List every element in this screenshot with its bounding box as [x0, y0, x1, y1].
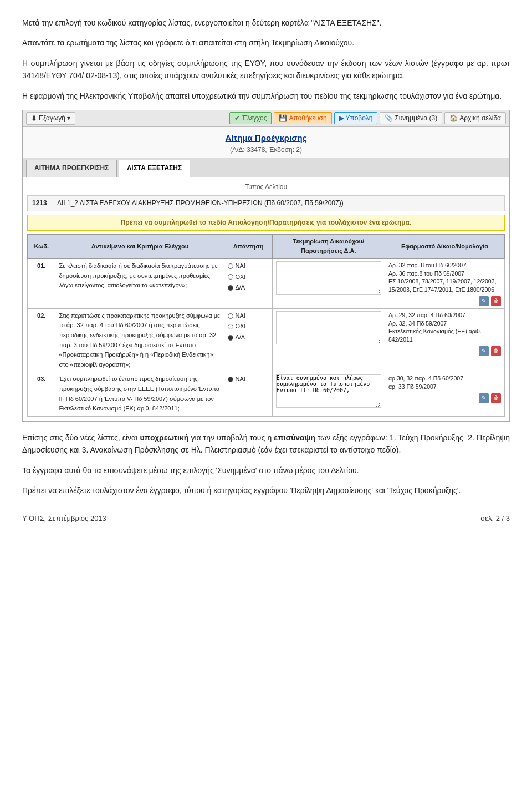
radio-dot-1-0 — [228, 313, 233, 319]
edit-icon-1[interactable]: ✎ — [479, 346, 489, 356]
radio-item-0-2[interactable]: Δ/Α — [228, 283, 245, 293]
type-label: Τύπος Δελτίου — [245, 183, 287, 191]
tekm-cell-2[interactable]: Είναι συνημμένο και πλήρως συμπληρωμένο … — [272, 372, 385, 416]
paragraph-5: Επίσης στις δύο νέες λίστες, είναι υποχρ… — [22, 432, 510, 456]
attach-icon: 📎 — [385, 114, 393, 122]
radio-label-1-0: ΝΑΙ — [235, 311, 245, 321]
radio-label-1-1: ΟΧΙ — [235, 322, 245, 332]
exam-table: Κωδ. Αντικείμενο και Κριτήρια Ελέγχου Απ… — [27, 234, 505, 417]
criteria-cell-2: Έχει συμπληρωθεί το έντυπο προς δημοσίευ… — [55, 372, 224, 416]
radio-item-1-2[interactable]: Δ/Α — [228, 333, 245, 343]
export-button[interactable]: ⬇ Εξαγωγή ▾ — [26, 112, 75, 125]
check-label: Έλεγχος — [242, 114, 267, 122]
toolbar-right: ✔ Έλεγχος 💾 Αποθήκευση ▶ Υποβολή 📎 Συνημ… — [229, 112, 506, 124]
attached-label: Συνημμένα (3) — [395, 114, 437, 122]
col-header-code: Κωδ. — [28, 234, 55, 258]
radio-dot-0-0 — [228, 263, 233, 269]
footer-bar: Υ ΟΠΣ, Σεπτέμβριος 2013 σελ. 2 / 3 — [22, 513, 510, 525]
form-subtitle: (Α/Δ: 33478, Έκδοση: 2) — [25, 145, 507, 155]
list-code-num: 1213 — [32, 198, 52, 209]
answer-cell-2[interactable]: ΝΑΙ — [224, 372, 272, 416]
page-content: Μετά την επιλογή του κωδικού κατηγορίας … — [22, 17, 510, 525]
tab-lista[interactable]: ΛΙΣΤΑ ΕΞΕΤΑΣΗΣ — [119, 160, 190, 177]
delete-icon-1[interactable]: 🗑 — [491, 346, 501, 356]
table-row: 03. Έχει συμπληρωθεί το έντυπο προς δημο… — [28, 372, 505, 416]
export-label: Εξαγωγή — [39, 114, 65, 122]
table-row: 02. Στις περιπτώσεις προκαταρκτικής προκ… — [28, 308, 505, 372]
type-label-row: Τύπος Δελτίου — [27, 182, 505, 192]
bold-mandatory: υποχρεωτική — [140, 433, 188, 442]
row-num-2: 03. — [28, 372, 55, 416]
list-code-row: 1213 ΛΙΙ 1_2 ΛΙΣΤΑ ΕΛΕΓΧΟΥ ΔΙΑΚΗΡΥΞΗΣ ΠΡ… — [27, 195, 505, 211]
tekm-input-1[interactable] — [276, 311, 381, 344]
paragraph-3: Η συμπλήρωση γίνεται με βάση τις οδηγίες… — [22, 57, 510, 82]
radio-dot-0-2 — [228, 285, 233, 291]
submit-label: Υποβολή — [346, 114, 373, 122]
tabs-row: ΑΙΤΗΜΑ ΠΡΟΕΓΚΡΙΣΗΣ ΛΙΣΤΑ ΕΞΕΤΑΣΗΣ — [23, 158, 509, 177]
radio-item-2-0[interactable]: ΝΑΙ — [228, 374, 245, 384]
efarm-cell-2: αρ.30, 32 παρ. 4 Πδ 60/2007αρ. 33 Πδ 59/… — [385, 372, 504, 416]
radio-label-0-1: ΟΧΙ — [235, 272, 245, 282]
home-label: Αρχική σελίδα — [459, 114, 501, 122]
form-title-area: Αίτημα Προέγκρισης (Α/Δ: 33478, Έκδοση: … — [23, 127, 509, 158]
form-title: Αίτημα Προέγκρισης — [25, 131, 507, 145]
radio-item-0-0[interactable]: ΝΑΙ — [228, 261, 245, 271]
edit-icon-0[interactable]: ✎ — [479, 296, 489, 306]
criteria-cell-0: Σε κλειστή διαδικασία ή σε διαδικασία δι… — [55, 259, 224, 309]
ref-text-1: Εκτελεστικός Κανονισμός (ΕΕ) αριθ. 842/2… — [388, 327, 501, 343]
radio-label-2-0: ΝΑΙ — [235, 374, 245, 384]
check-icon: ✔ — [234, 114, 240, 122]
submit-icon: ▶ — [339, 114, 344, 122]
ref-text-0: Αρ. 36 παρ.8 του Πδ 59/2007 — [388, 270, 501, 278]
delete-icon-2[interactable]: 🗑 — [491, 393, 501, 403]
tab-aitima[interactable]: ΑΙΤΗΜΑ ΠΡΟΕΓΚΡΙΣΗΣ — [26, 160, 117, 177]
delete-icon-0[interactable]: 🗑 — [491, 296, 501, 306]
export-icon: ⬇ — [31, 114, 37, 123]
row-num-0: 01. — [28, 259, 55, 309]
paragraph-7: Πρέπει να επιλέξετε τουλάχιστον ένα έγγρ… — [22, 484, 510, 496]
tekm-cell-1[interactable] — [272, 308, 385, 372]
dropdown-icon: ▾ — [67, 114, 70, 122]
app-toolbar: ⬇ Εξαγωγή ▾ ✔ Έλεγχος 💾 Αποθήκευση ▶ Υπο… — [23, 110, 509, 127]
ref-text-2: αρ. 33 Πδ 59/2007 — [388, 383, 501, 391]
home-button[interactable]: 🏠 Αρχική σελίδα — [444, 112, 506, 124]
warning-bar: Πρέπει να συμπληρωθεί το πεδίο Αιτιολόγη… — [27, 215, 505, 231]
edit-icon-2[interactable]: ✎ — [479, 393, 489, 403]
tekm-input-2[interactable]: Είναι συνημμένο και πλήρως συμπληρωμένο … — [276, 374, 381, 408]
list-code-text: ΛΙΙ 1_2 ΛΙΣΤΑ ΕΛΕΓΧΟΥ ΔΙΑΚΗΡΥΞΗΣ ΠΡΟΜΗΘΕ… — [57, 198, 500, 209]
save-button[interactable]: 💾 Αποθήκευση — [274, 112, 331, 124]
form-body: Τύπος Δελτίου 1213 ΛΙΙ 1_2 ΛΙΣΤΑ ΕΛΕΓΧΟΥ… — [23, 177, 509, 420]
tekm-input-0[interactable] — [276, 261, 381, 295]
radio-dot-0-1 — [228, 274, 233, 280]
ref-text-0: ΕΣ 10/2008, 78/2007, 119/2007, 12/2003, … — [388, 277, 501, 293]
submit-button[interactable]: ▶ Υποβολή — [334, 112, 378, 124]
bold-attach: επισύναψη — [274, 433, 315, 442]
radio-item-1-1[interactable]: ΟΧΙ — [228, 322, 245, 332]
attached-button[interactable]: 📎 Συνημμένα (3) — [380, 112, 442, 124]
paragraph-6: Τα έγγραφα αυτά θα τα επισυνάψετε μέσω τ… — [22, 464, 510, 476]
check-button[interactable]: ✔ Έλεγχος — [229, 112, 272, 124]
table-row: 01. Σε κλειστή διαδικασία ή σε διαδικασί… — [28, 259, 505, 309]
efarm-cell-1: Αρ. 29, 32 παρ. 4 Πδ 60/2007Αρ. 32, 34 Π… — [385, 308, 504, 372]
radio-label-1-2: Δ/Α — [235, 333, 245, 343]
row-num-1: 02. — [28, 308, 55, 372]
app-window: ⬇ Εξαγωγή ▾ ✔ Έλεγχος 💾 Αποθήκευση ▶ Υπο… — [22, 110, 510, 422]
col-header-tekm: Τεκμηρίωση Δικαιούχου/Παρατηρήσεις Δ.Α. — [272, 234, 385, 258]
radio-label-0-0: ΝΑΙ — [235, 261, 245, 271]
ref-text-2: αρ.30, 32 παρ. 4 Πδ 60/2007 — [388, 374, 501, 383]
radio-dot-1-2 — [228, 335, 233, 341]
radio-dot-2-0 — [228, 377, 233, 382]
footer-org: Υ ΟΠΣ, Σεπτέμβριος 2013 — [22, 513, 106, 525]
radio-dot-1-1 — [228, 324, 233, 329]
radio-item-0-1[interactable]: ΟΧΙ — [228, 272, 245, 282]
radio-label-0-2: Δ/Α — [235, 283, 245, 293]
ref-text-0: Αρ. 32 παρ. 8 του Πδ 60/2007, — [388, 261, 501, 270]
radio-item-1-0[interactable]: ΝΑΙ — [228, 311, 245, 321]
tekm-cell-0[interactable] — [272, 259, 385, 309]
efarm-cell-0: Αρ. 32 παρ. 8 του Πδ 60/2007,Αρ. 36 παρ.… — [385, 259, 504, 309]
answer-cell-1[interactable]: ΝΑΙ ΟΧΙ Δ/Α — [224, 308, 272, 372]
answer-cell-0[interactable]: ΝΑΙ ΟΧΙ Δ/Α — [224, 259, 272, 309]
criteria-cell-1: Στις περιπτώσεις προκαταρκτικής προκήρυξ… — [55, 308, 224, 372]
home-icon: 🏠 — [449, 114, 458, 122]
paragraph-1: Μετά την επιλογή του κωδικού κατηγορίας … — [22, 17, 510, 29]
